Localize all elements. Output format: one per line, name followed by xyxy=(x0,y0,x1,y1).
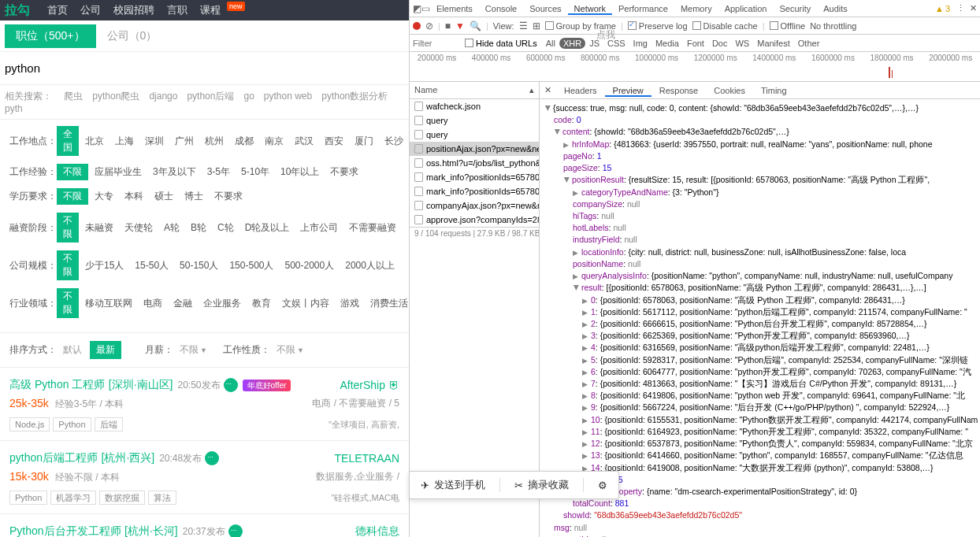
filter-option[interactable]: 移动互联网 xyxy=(85,297,132,310)
result-row[interactable]: ▶6: {positionId: 6064777, positionName: … xyxy=(544,366,975,378)
type-filter[interactable]: Img xyxy=(629,38,651,49)
filter-option[interactable]: 50-150人 xyxy=(180,259,218,272)
request-item[interactable]: approve.json?companyIds=28643... xyxy=(410,213,539,227)
chat-icon[interactable] xyxy=(205,451,219,465)
filter-option[interactable]: 3年及以下 xyxy=(153,165,196,179)
warnings-badge[interactable]: ▲ 3 xyxy=(935,4,950,13)
filter-option[interactable]: 上市公司 xyxy=(300,221,338,235)
filter-option-active[interactable]: 不限 xyxy=(57,164,88,180)
close-icon[interactable]: ✕ xyxy=(970,3,977,13)
filter-icon[interactable]: ▼ xyxy=(455,20,465,31)
filter-option-active[interactable]: 不限 xyxy=(57,188,88,205)
filter-option[interactable]: 不要求 xyxy=(330,165,358,179)
filter-option[interactable]: 不需要融资 xyxy=(349,221,396,235)
request-item[interactable]: mark_info?positionIds=6578063%... xyxy=(410,170,539,184)
filter-option[interactable]: 电商 xyxy=(143,297,162,310)
filter-option-active[interactable]: 不限 xyxy=(57,213,79,243)
job-tag[interactable]: Node.js xyxy=(9,417,50,431)
filter-option[interactable]: 厦门 xyxy=(355,135,373,148)
related-term[interactable]: pyth xyxy=(5,103,23,114)
filter-option[interactable]: 西安 xyxy=(325,135,343,148)
type-filter[interactable]: Font xyxy=(683,38,708,49)
related-term[interactable]: go xyxy=(243,91,254,102)
camera-icon[interactable]: ■ xyxy=(445,20,451,31)
result-row[interactable]: ▶1: {positionId: 5617112, positionName: … xyxy=(544,306,975,318)
collect-button[interactable]: ✂摘录收藏 xyxy=(514,478,569,492)
filter-option[interactable]: 少于15人 xyxy=(85,259,124,272)
device-icon[interactable]: ▭ xyxy=(421,3,430,14)
filter-option[interactable]: 企业服务 xyxy=(203,297,241,310)
nav-item[interactable]: 公司 xyxy=(80,4,101,16)
filter-option-active[interactable]: 全国 xyxy=(57,126,79,156)
filter-option-active[interactable]: 不限 xyxy=(57,250,79,280)
result-row[interactable]: ▶2: {positionId: 6666615, positionName: … xyxy=(544,318,975,330)
filter-option[interactable]: 10年以上 xyxy=(280,165,319,179)
type-filter[interactable]: XHR xyxy=(559,38,585,49)
job-tag[interactable]: 机器学习 xyxy=(50,491,96,505)
result-row[interactable]: ▶3: {positionId: 6625369, positionName: … xyxy=(544,330,975,342)
request-item[interactable]: oss.html?u=/jobs/list_python&q=7... xyxy=(410,156,539,170)
type-filter[interactable]: WS xyxy=(731,38,753,49)
preview-tab[interactable]: Response xyxy=(651,86,707,95)
chat-icon[interactable] xyxy=(228,524,243,537)
filter-option[interactable]: 文娱丨内容 xyxy=(282,297,329,310)
filter-option[interactable]: 未融资 xyxy=(85,221,113,235)
result-row[interactable]: ▶7: {positionId: 4813663, positionName: … xyxy=(544,378,975,390)
nature-dropdown[interactable]: 不限▼ xyxy=(277,343,304,357)
filter-option[interactable]: 本科 xyxy=(124,190,143,203)
related-term[interactable]: python后端 xyxy=(187,91,234,102)
job-location[interactable]: [深圳·南山区] xyxy=(109,378,173,391)
job-tag[interactable]: 算法 xyxy=(148,491,176,505)
nav-item[interactable]: 课程 xyxy=(200,4,221,16)
result-row[interactable]: ▶12: {positionId: 6537873, positionName:… xyxy=(544,438,975,450)
result-row[interactable]: ▶11: {positionId: 6164923, positionName:… xyxy=(544,426,975,438)
search-icon[interactable]: 🔍 xyxy=(470,20,481,31)
request-list-header[interactable]: Name▴ xyxy=(410,82,539,99)
sort-default[interactable]: 默认 xyxy=(63,343,82,357)
filter-option[interactable]: 北京 xyxy=(85,135,104,148)
offline-checkbox[interactable]: Offline xyxy=(770,21,806,31)
filter-option[interactable]: 教育 xyxy=(252,297,271,310)
filter-option[interactable]: 金融 xyxy=(173,297,192,310)
related-term[interactable]: python web xyxy=(264,91,312,102)
job-tag[interactable]: Python xyxy=(9,491,47,505)
filter-option[interactable]: 武汉 xyxy=(295,135,314,148)
preview-tab[interactable]: Timing xyxy=(753,86,795,95)
filter-option[interactable]: 2000人以上 xyxy=(345,259,395,272)
filter-option[interactable]: 深圳 xyxy=(145,135,164,148)
devtools-tab[interactable]: Security xyxy=(773,4,817,13)
sort-new[interactable]: 最新 xyxy=(90,341,121,359)
nav-item[interactable]: 言职 xyxy=(167,4,187,16)
request-item[interactable]: query xyxy=(410,128,539,142)
job-location[interactable]: [杭州·长河] xyxy=(124,524,178,537)
view-grid-icon[interactable]: ⊞ xyxy=(533,20,540,31)
related-term[interactable]: python数据分析 xyxy=(321,91,388,102)
nav-item[interactable]: 首页 xyxy=(47,4,68,16)
type-filter[interactable]: Other xyxy=(794,38,824,49)
filter-option[interactable]: 硕士 xyxy=(154,190,173,203)
filter-option[interactable]: C轮 xyxy=(217,221,234,235)
filter-input[interactable] xyxy=(413,39,460,48)
disable-cache-checkbox[interactable]: Disable cache xyxy=(692,21,758,31)
filter-option[interactable]: 博士 xyxy=(184,190,203,203)
filter-option[interactable]: 南京 xyxy=(265,135,284,148)
job-card[interactable]: python后端工程师 [杭州·西兴]20:48发布TELETRAAN 15k-… xyxy=(0,441,409,514)
related-term[interactable]: 爬虫 xyxy=(64,91,83,102)
filter-option[interactable]: 不要求 xyxy=(214,190,243,203)
filter-option[interactable]: 150-500人 xyxy=(229,259,273,272)
search-input[interactable] xyxy=(5,57,404,80)
filter-option[interactable]: 天使轮 xyxy=(124,221,153,235)
devtools-tab[interactable]: Console xyxy=(479,4,523,13)
related-term[interactable]: python爬虫 xyxy=(92,91,139,102)
company-name[interactable]: 德科信息 xyxy=(355,524,399,538)
result-row[interactable]: ▶13: {positionId: 6414660, positionName:… xyxy=(544,450,975,461)
filter-option[interactable]: 应届毕业生 xyxy=(95,165,142,179)
filter-option[interactable]: 广州 xyxy=(175,135,194,148)
throttle-dropdown[interactable]: No throttling xyxy=(810,21,856,31)
settings-button[interactable]: ⚙ xyxy=(598,480,607,491)
result-row[interactable]: ▶5: {positionId: 5928317, positionName: … xyxy=(544,354,975,366)
filter-option[interactable]: 游戏 xyxy=(340,297,359,310)
nav-item[interactable]: 校园招聘 xyxy=(113,4,154,16)
menu-icon[interactable]: ⋮ xyxy=(956,3,965,13)
type-filter[interactable]: Media xyxy=(651,38,683,49)
